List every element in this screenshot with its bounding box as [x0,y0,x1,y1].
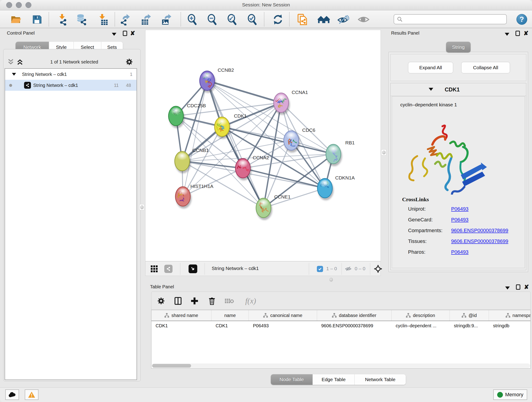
control-panel-close-button[interactable]: ✘ [130,31,135,36]
share-view-icon[interactable] [164,265,172,273]
column-header-name[interactable]: name [211,310,249,321]
import-table-from-file-button[interactable] [96,13,109,26]
help-button[interactable]: ? [516,14,527,25]
hide-selected-button[interactable] [336,13,350,26]
export-image-button[interactable] [160,13,173,26]
zoom-fit-button[interactable] [225,13,239,26]
control-panel-title: Control Panel [7,31,35,36]
table-horizontal-scrollbar[interactable] [152,364,530,368]
import-network-from-file-button[interactable] [56,13,69,26]
table-panel-float-button[interactable] [516,284,520,290]
hidden-eye-icon[interactable] [344,265,352,273]
table-cell[interactable]: 9606.ENSP00000378699 [317,321,392,331]
entry-header[interactable]: CDK1 [391,83,526,96]
export-image-icon [161,13,172,26]
tab-string[interactable]: String [446,42,471,52]
copy-network-button[interactable] [296,13,309,26]
expand-all-icon[interactable] [17,58,23,65]
zoom-selected-button[interactable] [246,13,259,26]
control-panel-menu-button[interactable] [112,33,116,36]
zoom-out-button[interactable] [206,13,219,26]
collapse-all-button[interactable]: Collapse All [461,62,510,73]
crosslink-link[interactable]: 9606.ENSP00000378699 [451,238,508,244]
refresh-view-button[interactable] [271,13,285,26]
network-edge-CDKN1A-CCNE1[interactable] [264,188,325,208]
show-columns-button[interactable] [172,294,184,307]
column-tree-icon [462,313,466,318]
table-row[interactable]: CDK1CDK1P064939606.ENSP00000378699cyclin… [152,321,530,331]
column-header-canonical-name[interactable]: canonical name [249,310,317,321]
network-node-HIST1H1A[interactable]: HIST1H1A [175,184,214,209]
network-edge-CCNB2-CCNA1[interactable] [207,81,281,103]
table-cell[interactable]: stringdb:9... [450,321,489,331]
import-network-from-database-button[interactable] [75,13,89,26]
results-panel-close-button[interactable]: ✘ [524,31,529,36]
crosslink-label: Tissues: [408,238,427,244]
left-splitter-handle[interactable] [139,204,144,210]
save-session-button[interactable] [30,13,44,26]
network-edge-CCNB2-HIST1H1A[interactable] [183,81,207,196]
network-collection-row[interactable]: String Network – cdk1 1 [5,69,137,80]
cloud-status-button[interactable] [5,389,19,400]
network-edge-CCNA2-HIST1H1A[interactable] [183,168,243,196]
zoom-in-button[interactable] [186,13,199,26]
network-node-RB1[interactable]: RB1 [326,140,355,166]
table-type-tabs: Node TableEdge TableNetwork Table [271,374,406,385]
birds-eye-view-icon[interactable] [189,264,197,273]
export-network-button[interactable] [119,13,132,26]
table-cell[interactable]: CDK1 [211,321,249,331]
create-column-button[interactable] [188,294,201,307]
column-header-shared-name[interactable]: shared name [152,310,211,321]
column-header-namespace[interactable]: namespace [489,310,531,321]
memory-button[interactable]: Memory [493,389,527,400]
selected-checkbox-icon[interactable] [317,266,323,272]
crosslink-link[interactable]: P06493 [451,217,469,223]
open-session-button[interactable] [9,13,22,26]
column-header-database-identifier[interactable]: database identifier [317,310,392,321]
delete-table-button[interactable] [223,294,236,307]
network-node-CDKN1A[interactable]: CDKN1A [317,175,355,200]
home-button[interactable] [317,13,330,26]
table-panel-close-button[interactable]: ✘ [524,284,529,289]
results-panel-float-button[interactable] [515,31,520,36]
function-builder-button[interactable]: f(x) [240,294,261,307]
table-cell[interactable]: P06493 [249,321,317,331]
network-node-CCNE1[interactable]: CCNE1 [256,194,291,220]
collapse-all-icon[interactable] [7,58,14,65]
entry-collapse-icon[interactable] [429,88,433,91]
table-panel-menu-button[interactable] [505,287,510,289]
network-edge-CCNB2-RB1[interactable] [207,81,333,154]
column-header-@id[interactable]: @id [450,310,489,321]
control-panel-float-button[interactable] [123,31,127,36]
results-panel-menu-button[interactable] [505,33,509,36]
expand-all-button[interactable]: Expand All [408,62,453,73]
network-canvas[interactable]: CCNB2CCNA1CDC25BCDK1CDC6RB1CCNB1CCNA2CDK… [145,30,381,261]
search-input[interactable] [403,17,506,22]
network-edge-CCNB2-CCNE1[interactable] [207,81,264,208]
crosslink-link[interactable]: P06493 [451,249,469,255]
table-cell[interactable]: cyclin–dependent ... [392,321,450,331]
tab-network-table[interactable]: Network Table [355,374,406,385]
column-header-description[interactable]: description [392,310,450,321]
crosshair-icon[interactable] [374,264,382,273]
table-cell[interactable]: stringdb [489,321,531,331]
tree-expander-icon[interactable] [12,73,16,76]
scrollbar-thumb[interactable] [152,364,191,368]
table-settings-button[interactable] [155,294,167,307]
bottom-splitter-handle[interactable] [328,277,334,282]
warnings-button[interactable] [25,389,38,400]
delete-column-button[interactable] [206,294,218,307]
crosslink-link[interactable]: 9606.ENSP00000378699 [451,228,508,234]
crosslink-link[interactable]: P06493 [451,206,469,212]
show-all-button[interactable] [357,13,370,26]
export-table-button[interactable] [139,13,153,26]
grid-view-icon[interactable] [151,265,158,273]
tab-edge-table[interactable]: Edge Table [313,374,355,385]
gear-icon[interactable] [125,58,133,66]
right-splitter-handle[interactable] [381,149,386,155]
table-cell[interactable]: CDK1 [152,321,211,331]
toolbar-separator [181,12,181,26]
string-network-icon [24,82,31,89]
tab-node-table[interactable]: Node Table [271,374,313,385]
network-row[interactable]: String Network – cdk1 11 48 [5,80,137,91]
